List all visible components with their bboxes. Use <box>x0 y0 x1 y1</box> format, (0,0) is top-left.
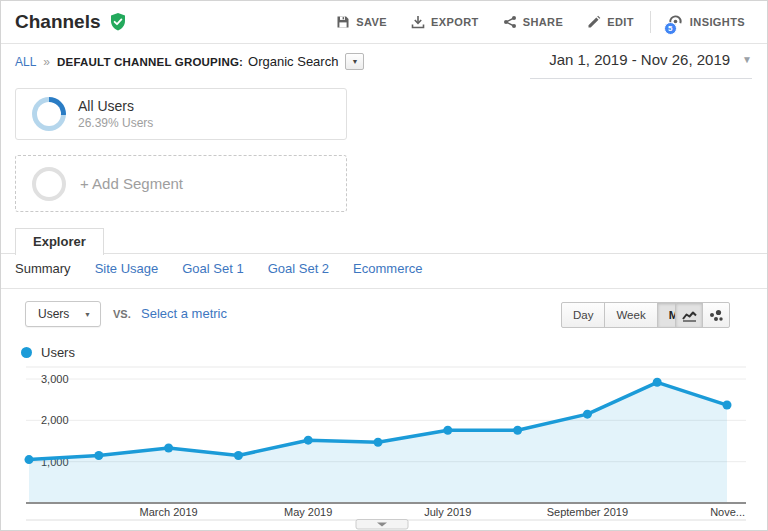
breadcrumb-grouping-value: Organic Search <box>248 54 338 69</box>
segment-subtitle: 26.39% Users <box>78 116 153 130</box>
metric-selector-value: Users <box>38 307 69 321</box>
motion-chart-icon <box>709 309 723 322</box>
export-icon <box>411 15 425 29</box>
y-tick-label: 2,000 <box>41 414 69 426</box>
data-point-mar-2019[interactable] <box>164 444 173 453</box>
explorer-subnav: Summary Site Usage Goal Set 1 Goal Set 2… <box>15 261 422 276</box>
vs-label: VS. <box>113 308 131 320</box>
tab-explorer[interactable]: Explorer <box>15 228 104 255</box>
insights-label: INSIGHTS <box>690 16 745 28</box>
breadcrumb-separator: » <box>43 55 50 69</box>
motion-chart-type-button[interactable] <box>702 302 730 328</box>
legend-users-dot-icon <box>21 347 32 358</box>
toolbar-separator <box>650 11 651 33</box>
share-button[interactable]: SHARE <box>491 9 576 35</box>
data-point-oct-2019[interactable] <box>653 378 662 387</box>
select-a-metric-link[interactable]: Select a metric <box>141 306 227 321</box>
tab-bar-line <box>1 253 767 254</box>
granularity-day-button[interactable]: Day <box>561 302 605 328</box>
date-range-text: Jan 1, 2019 - Nov 26, 2019 <box>549 51 730 68</box>
date-range-underline <box>530 78 752 79</box>
data-point-feb-2019[interactable] <box>94 451 103 460</box>
add-segment-label: + Add Segment <box>80 175 183 192</box>
breadcrumb: ALL » DEFAULT CHANNEL GROUPING: Organic … <box>15 53 364 70</box>
save-icon <box>336 15 350 29</box>
subtab-goal-set-2[interactable]: Goal Set 2 <box>268 261 329 276</box>
analytics-report-page: Channels SAVE EXPORT SHARE EDIT 5 INS <box>0 0 768 531</box>
add-segment-card[interactable]: + Add Segment <box>15 155 347 212</box>
data-point-nov-2019[interactable] <box>723 401 732 410</box>
insights-button[interactable]: 5 INSIGHTS <box>655 8 757 37</box>
data-point-jan-2019[interactable] <box>25 455 34 464</box>
edit-label: EDIT <box>607 16 634 28</box>
date-range-selector[interactable]: Jan 1, 2019 - Nov 26, 2019 ▼ <box>549 51 752 68</box>
report-toolbar: SAVE EXPORT SHARE EDIT 5 INSIGHTS <box>324 1 757 43</box>
breadcrumb-all-link[interactable]: ALL <box>15 55 36 69</box>
insights-icon: 5 <box>667 14 684 31</box>
chevron-down-icon: ▼ <box>742 54 752 65</box>
x-tick-label: March 2019 <box>140 506 198 518</box>
metric-selector-dropdown[interactable]: Users ▼ <box>25 301 101 327</box>
share-icon <box>503 15 517 29</box>
edit-button[interactable]: EDIT <box>575 9 646 35</box>
data-point-aug-2019[interactable] <box>513 426 522 435</box>
save-label: SAVE <box>356 16 387 28</box>
empty-segment-ring-icon <box>32 167 66 201</box>
export-button[interactable]: EXPORT <box>399 9 491 35</box>
chevron-down-icon: ▼ <box>351 58 358 65</box>
x-tick-label: May 2019 <box>284 506 332 518</box>
breadcrumb-grouping-label: DEFAULT CHANNEL GROUPING: <box>57 56 243 68</box>
legend-users-label: Users <box>41 345 75 360</box>
segment-card-all-users[interactable]: All Users 26.39% Users <box>15 88 347 140</box>
line-chart-type-button[interactable] <box>675 302 703 328</box>
x-tick-label: July 2019 <box>424 506 471 518</box>
page-title-text: Channels <box>15 11 101 33</box>
data-point-may-2019[interactable] <box>304 436 313 445</box>
data-point-sep-2019[interactable] <box>583 410 592 419</box>
data-point-jun-2019[interactable] <box>374 438 383 447</box>
subtab-goal-set-1[interactable]: Goal Set 1 <box>182 261 243 276</box>
subtab-site-usage[interactable]: Site Usage <box>95 261 159 276</box>
chart-legend: Users <box>21 345 75 360</box>
data-point-apr-2019[interactable] <box>234 451 243 460</box>
subtab-summary[interactable]: Summary <box>15 261 71 276</box>
insights-count-badge: 5 <box>664 22 677 35</box>
share-label: SHARE <box>523 16 564 28</box>
y-tick-label: 3,000 <box>41 373 69 385</box>
page-title: Channels <box>15 11 127 33</box>
export-label: EXPORT <box>431 16 479 28</box>
chart-type-toggle <box>675 302 730 328</box>
subtab-ecommerce[interactable]: Ecommerce <box>353 261 422 276</box>
chevron-down-icon: ▼ <box>84 311 91 318</box>
users-area-chart: 1,0002,0003,000March 2019May 2019July 20… <box>1 361 768 531</box>
x-tick-label: September 2019 <box>547 506 628 518</box>
breadcrumb-dropdown-button[interactable]: ▼ <box>345 53 364 70</box>
granularity-week-button[interactable]: Week <box>604 302 657 328</box>
data-point-jul-2019[interactable] <box>443 426 452 435</box>
segment-title: All Users <box>78 98 153 114</box>
subnav-divider <box>1 288 767 289</box>
save-button[interactable]: SAVE <box>324 9 399 35</box>
x-tick-label: Nove... <box>710 506 745 518</box>
header-divider <box>1 43 767 44</box>
edit-icon <box>587 15 601 29</box>
verified-shield-icon <box>109 12 127 32</box>
segment-donut-icon <box>32 97 66 131</box>
line-chart-icon <box>682 309 697 322</box>
